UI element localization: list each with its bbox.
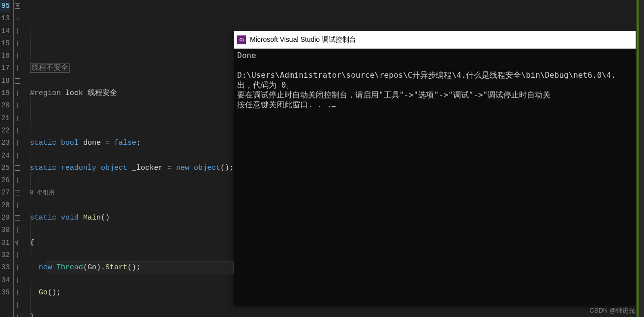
console-titlebar[interactable]: C\ Microsoft Visual Studio 调试控制台 (234, 31, 636, 49)
fold-minus-icon[interactable]: - (15, 165, 20, 171)
vertical-scrollbar[interactable] (636, 0, 644, 317)
collapsed-region[interactable]: 线程不安全 (30, 63, 70, 73)
code-content[interactable]: 线程不安全 #region lock 线程安全 static bool done… (21, 0, 234, 317)
fold-gutter[interactable]: + - ││││ - ││││││ - │ - │ - ││││││││ (14, 0, 21, 317)
debug-console-window[interactable]: C\ Microsoft Visual Studio 调试控制台 Done D:… (234, 31, 636, 306)
visual-studio-icon: C\ (237, 35, 246, 44)
fold-minus-icon[interactable]: - (15, 215, 20, 221)
fold-minus-icon[interactable]: - (15, 16, 20, 21)
codelens-references[interactable]: 0 个引用 (30, 190, 55, 196)
console-output[interactable]: Done D:\Users\Administrator\source\repos… (234, 49, 636, 112)
console-cursor (332, 106, 336, 107)
code-editor[interactable]: 95 13 14 15 16 17 18 19 20 21 22 23 24 2… (0, 0, 234, 317)
fold-minus-icon[interactable]: - (15, 190, 20, 195)
console-title-text: Microsoft Visual Studio 调试控制台 (250, 35, 356, 44)
line-number-gutter: 95 13 14 15 16 17 18 19 20 21 22 23 24 2… (0, 0, 13, 317)
fold-minus-icon[interactable]: - (15, 78, 20, 84)
fold-plus-icon[interactable]: + (15, 3, 20, 9)
edit-icon: ✎ (15, 237, 18, 249)
watermark: CSDN @钟进光 (589, 306, 635, 315)
